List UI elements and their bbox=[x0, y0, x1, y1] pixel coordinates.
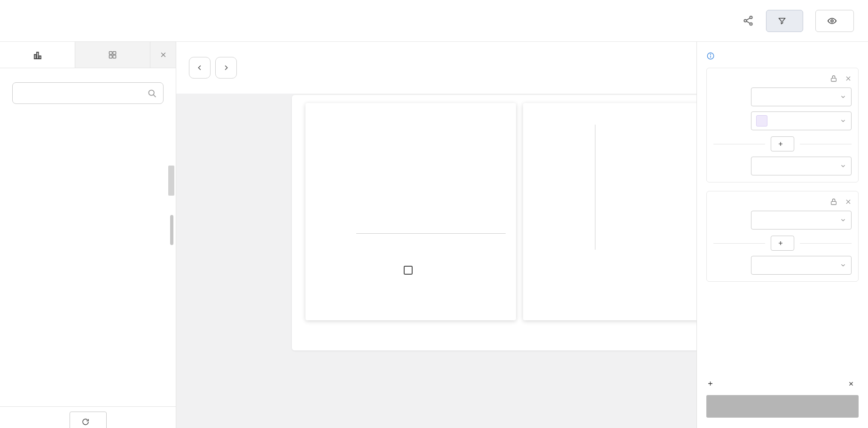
horizontal-bar-chart bbox=[533, 125, 723, 250]
tab-dashboards[interactable] bbox=[75, 42, 150, 68]
header-actions bbox=[743, 10, 854, 32]
clear-all-button[interactable] bbox=[848, 381, 858, 387]
bar-chart-tab-icon bbox=[32, 49, 43, 61]
sidebar-resize-handle[interactable] bbox=[170, 215, 173, 245]
hchart-yaxis bbox=[533, 125, 595, 250]
attribute-type-icon bbox=[756, 115, 767, 127]
collection-list bbox=[12, 141, 164, 406]
add-attribute-button[interactable] bbox=[771, 136, 794, 151]
sidebar-footer bbox=[0, 406, 176, 428]
share-icon[interactable] bbox=[743, 15, 754, 26]
search-input[interactable] bbox=[12, 82, 164, 104]
filter-group-where bbox=[706, 68, 859, 182]
search-icon bbox=[147, 88, 157, 98]
eye-icon bbox=[827, 16, 837, 26]
prev-slide-button[interactable] bbox=[189, 57, 211, 79]
next-slide-button[interactable] bbox=[215, 57, 237, 79]
chart-card-geographical-overview bbox=[305, 103, 516, 320]
refresh-button[interactable] bbox=[70, 412, 107, 428]
source-select[interactable] bbox=[751, 87, 852, 106]
plus-icon bbox=[778, 240, 783, 246]
app-header bbox=[0, 0, 868, 42]
vchart-yaxis bbox=[316, 123, 356, 234]
apply-filters-button[interactable] bbox=[706, 395, 859, 418]
present-button[interactable] bbox=[815, 10, 854, 32]
filter-info bbox=[706, 51, 859, 60]
attribute-select[interactable] bbox=[751, 111, 852, 130]
grid-icon bbox=[108, 50, 117, 60]
chevron-down-icon bbox=[840, 262, 846, 269]
close-icon bbox=[160, 51, 167, 58]
chevron-right-icon bbox=[222, 63, 230, 72]
sidebar-close-button[interactable] bbox=[150, 42, 176, 68]
operation-select[interactable] bbox=[751, 256, 852, 275]
collections-sidebar bbox=[0, 42, 176, 428]
search-collections bbox=[12, 82, 164, 104]
plus-icon bbox=[707, 380, 713, 387]
operation-select[interactable] bbox=[751, 157, 852, 175]
refresh-icon bbox=[81, 418, 90, 426]
remove-filter-icon[interactable] bbox=[845, 198, 852, 205]
funnel-icon bbox=[778, 16, 786, 25]
filter-panel bbox=[696, 42, 868, 428]
add-attribute-button[interactable] bbox=[771, 236, 794, 251]
legend-checkbox[interactable] bbox=[404, 266, 413, 275]
source-select[interactable] bbox=[751, 211, 852, 230]
bar-chart bbox=[316, 123, 506, 234]
sidebar-tabs bbox=[0, 42, 176, 68]
chevron-down-icon bbox=[840, 118, 846, 124]
vchart-plot bbox=[356, 123, 506, 234]
chevron-down-icon bbox=[840, 217, 846, 223]
filter-button[interactable] bbox=[766, 10, 803, 32]
info-icon bbox=[706, 52, 715, 60]
chevron-down-icon bbox=[840, 163, 846, 169]
remove-filter-icon[interactable] bbox=[845, 75, 852, 82]
plus-icon bbox=[778, 141, 783, 147]
chevron-down-icon bbox=[840, 94, 846, 100]
vchart-xaxis bbox=[356, 234, 506, 261]
lock-icon[interactable] bbox=[830, 198, 837, 206]
tab-visualisations[interactable] bbox=[0, 42, 75, 68]
filter-group-and bbox=[706, 191, 859, 282]
filter-panel-links bbox=[707, 380, 858, 387]
add-filter-button[interactable] bbox=[707, 380, 717, 387]
lock-icon[interactable] bbox=[830, 75, 837, 82]
close-icon bbox=[848, 381, 854, 387]
scrollbar-thumb[interactable] bbox=[168, 166, 174, 196]
chart-legend bbox=[316, 266, 506, 275]
chevron-left-icon bbox=[195, 63, 204, 72]
